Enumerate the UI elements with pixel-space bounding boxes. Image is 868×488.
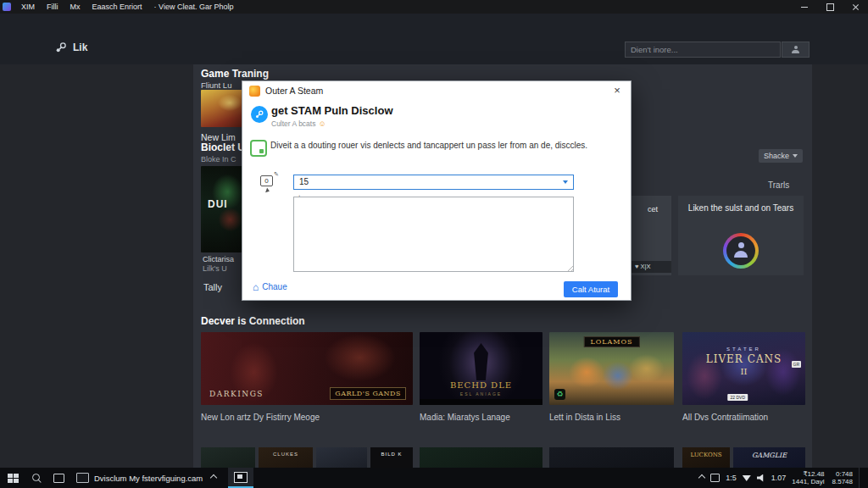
chevron-down-icon [563,180,568,184]
cursor-icon [265,187,270,193]
wifi-icon[interactable] [743,474,751,481]
game-tile-title: DUI [208,198,228,210]
section-title-featured: Game Traning [201,68,269,80]
menu-item-3[interactable]: Eaasch Enriort [86,0,148,14]
bottom-tile-label: LUCKONS [682,452,730,458]
avatar [723,233,759,269]
game-card-art-title: LOLAMOS [583,336,639,347]
game-card-caption: Madia: Miaratys Lanage [420,413,510,422]
show-desktop-button[interactable] [859,468,863,488]
input-method-icon: 0 [260,175,273,186]
game-tile-caption2: Lilk's U [203,264,227,273]
partial-game-card[interactable]: cet ♥ X|X [632,196,671,275]
menu-item-0[interactable]: XIM [15,0,41,14]
account-button[interactable] [782,42,810,58]
search-input[interactable] [625,42,781,58]
system-tray: 1:5 1.07 ₹12.48 0:748 1441, Dayl 8.5748 [699,468,868,488]
avatar-inner [726,236,755,265]
game-card-darkings[interactable]: DARKINGS GARLD'S GANDS [201,332,413,405]
clock-date: 8.5748 [832,478,853,486]
primary-button[interactable]: Calt Aturat [564,281,618,297]
secondary-link[interactable]: ⌂ Chaue [253,282,287,291]
game-tile-caption: Clictarisa [203,255,234,263]
clock-date: 1441, Dayl [792,478,824,486]
dialog-title-bar[interactable]: Outer A Steam × [242,81,631,100]
logo-label: Lik [73,42,87,53]
game-card-art-subtitle: ESL ANIAGE [420,391,542,396]
app-window-icon [76,473,89,483]
game-card-art-title: DARKINGS [209,390,264,398]
menu-item-4[interactable]: · View Cleat. Gar Pholp [148,0,240,14]
partial-card-text: cet [648,205,658,214]
game-card-art-title-small: STATER [682,347,805,352]
clock-value: 0:748 [832,470,853,479]
game-card-art-title: LIVER CANS [682,353,805,365]
hooded-figure-art [469,343,494,380]
dialog-title-icon [249,86,260,97]
message-textarea[interactable] [293,197,574,272]
task-view-icon [53,474,64,483]
code-dropdown-value: 15 [299,177,309,186]
game-card-caption: New Lon artz Dy Fistirry Meoge [201,413,320,422]
active-app-icon [234,472,248,483]
app-header: Lik [0,14,868,64]
friend-card-text: Liken the sulst and on Tears [685,202,797,214]
notification-icon[interactable] [710,474,720,482]
steam-badge-icon [251,106,268,123]
search-icon [32,474,42,483]
chevron-down-icon [793,154,798,158]
smiley-icon: ☺ [318,119,326,128]
maximize-button[interactable] [817,0,843,14]
section-title-second: Bioclet U [201,141,245,153]
tray-chat-count[interactable]: 1:5 [726,474,737,482]
hidden-icons-chevron[interactable] [698,474,705,481]
game-card-art-title: BECHD DLE [420,380,542,390]
bottom-tile-label: BILD K [370,452,413,457]
taskbar-active-app[interactable] [228,468,253,488]
dialog-heading: get STAM Puln Disclow [271,104,393,117]
pencil-icon: ✎ [274,171,279,178]
rating-badge: GR [792,361,802,368]
close-button[interactable] [843,0,868,14]
windows-taskbar: Dvisclum My fstervfiguing.cam 1:5 1.07 ₹… [0,468,868,488]
game-card-stater-liver-cans[interactable]: STATER LIVER CANS II GR 22 DVD [682,332,805,405]
game-card-caption: Lett in Dista in Liss [549,413,620,422]
taskbar-app-label: Dvisclum My fstervfiguing.cam [94,474,203,483]
window-controls [792,0,868,14]
taskbar-search-button[interactable] [25,468,47,488]
chevron-up-icon[interactable] [210,474,217,481]
right-column-title: Trarls [768,180,789,190]
taskbar-app-button[interactable]: Dvisclum My fstervfiguing.cam [70,468,209,488]
card-bottom-strip [420,399,542,405]
bottom-tile-label: CLUKES [259,452,313,457]
task-view-button[interactable] [47,468,70,488]
friend-activity-card[interactable]: Liken the sulst and on Tears [678,196,804,275]
start-button[interactable] [0,468,25,488]
second-section-subtext: Bloke In C [201,155,236,164]
menu-bar: XIM Filli Mx Eaasch Enriort · View Cleat… [0,0,868,14]
dialog-subheading: Culter A bcats ☺ [271,119,326,128]
steam-client-window: XIM Filli Mx Eaasch Enriort · View Cleat… [0,0,868,488]
minimize-button[interactable] [792,0,817,14]
steam-logo-icon [54,41,68,54]
menu-item-2[interactable]: Mx [64,0,86,14]
dialog-subheading-text: Culter A bcats [271,119,315,128]
likes-label: ♥ X|X [632,261,671,273]
person-icon [734,242,748,258]
dialog-title: Outer A Steam [265,86,323,96]
steam-logo[interactable]: Lik [54,41,87,54]
tray-value[interactable]: 1.07 [771,474,787,482]
sort-dropdown-button[interactable]: Shacke [759,149,803,163]
minimize-icon [801,7,808,8]
featured-subtext: Fliunt Lu [201,80,231,90]
speaker-icon[interactable] [757,474,765,482]
section-title-connection: Decver is Connection [201,315,305,327]
dialog-close-button[interactable]: × [604,81,631,100]
taskbar-clock[interactable]: ₹12.48 0:748 1441, Dayl 8.5748 [792,470,853,486]
menu-item-1[interactable]: Filli [41,0,64,14]
code-dropdown[interactable]: 15 [293,175,574,190]
sort-dropdown-label: Shacke [764,152,789,160]
tally-label: Tally [203,282,222,292]
game-card-lolamos[interactable]: LOLAMOS ♻ [549,332,674,405]
game-card-bechd-dle[interactable]: BECHD DLE ESL ANIAGE [420,332,542,405]
